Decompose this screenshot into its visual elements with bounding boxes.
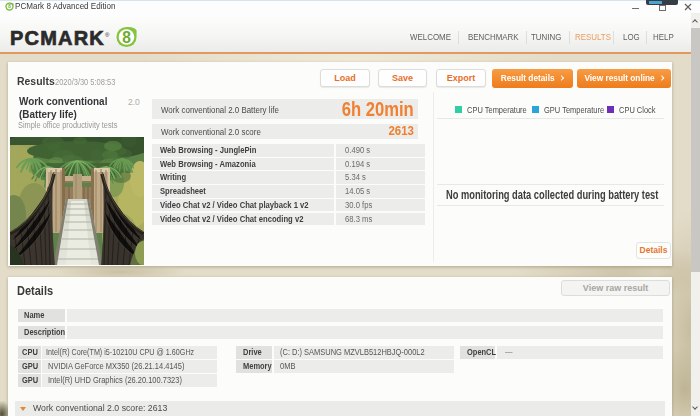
svg-text:8: 8 — [8, 3, 11, 9]
svg-text:8: 8 — [122, 29, 131, 46]
